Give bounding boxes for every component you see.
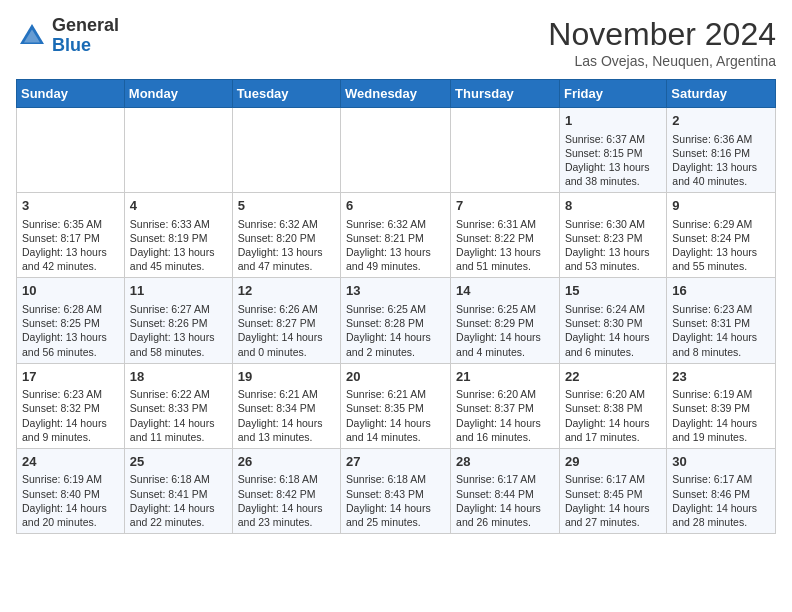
day-number: 16: [672, 282, 770, 300]
calendar-cell: 11Sunrise: 6:27 AMSunset: 8:26 PMDayligh…: [124, 278, 232, 363]
calendar-cell: 4Sunrise: 6:33 AMSunset: 8:19 PMDaylight…: [124, 193, 232, 278]
calendar-cell: 9Sunrise: 6:29 AMSunset: 8:24 PMDaylight…: [667, 193, 776, 278]
day-number: 28: [456, 453, 554, 471]
daylight-info: Daylight: 14 hours and 27 minutes.: [565, 502, 650, 528]
calendar-cell: 15Sunrise: 6:24 AMSunset: 8:30 PMDayligh…: [559, 278, 666, 363]
sunrise-info: Sunrise: 6:23 AM: [22, 388, 102, 400]
sunset-info: Sunset: 8:22 PM: [456, 232, 534, 244]
sunset-info: Sunset: 8:25 PM: [22, 317, 100, 329]
daylight-info: Daylight: 14 hours and 9 minutes.: [22, 417, 107, 443]
calendar-cell: 3Sunrise: 6:35 AMSunset: 8:17 PMDaylight…: [17, 193, 125, 278]
day-number: 5: [238, 197, 335, 215]
daylight-info: Daylight: 13 hours and 38 minutes.: [565, 161, 650, 187]
sunrise-info: Sunrise: 6:21 AM: [346, 388, 426, 400]
sunset-info: Sunset: 8:32 PM: [22, 402, 100, 414]
sunset-info: Sunset: 8:17 PM: [22, 232, 100, 244]
day-number: 15: [565, 282, 661, 300]
sunset-info: Sunset: 8:46 PM: [672, 488, 750, 500]
calendar-cell: 24Sunrise: 6:19 AMSunset: 8:40 PMDayligh…: [17, 448, 125, 533]
day-number: 29: [565, 453, 661, 471]
weekday-header-sunday: Sunday: [17, 80, 125, 108]
week-row-3: 10Sunrise: 6:28 AMSunset: 8:25 PMDayligh…: [17, 278, 776, 363]
daylight-info: Daylight: 14 hours and 17 minutes.: [565, 417, 650, 443]
calendar-cell: 19Sunrise: 6:21 AMSunset: 8:34 PMDayligh…: [232, 363, 340, 448]
daylight-info: Daylight: 14 hours and 11 minutes.: [130, 417, 215, 443]
sunset-info: Sunset: 8:28 PM: [346, 317, 424, 329]
daylight-info: Daylight: 13 hours and 53 minutes.: [565, 246, 650, 272]
day-number: 14: [456, 282, 554, 300]
sunset-info: Sunset: 8:26 PM: [130, 317, 208, 329]
calendar-cell: [232, 108, 340, 193]
day-number: 9: [672, 197, 770, 215]
daylight-info: Daylight: 14 hours and 2 minutes.: [346, 331, 431, 357]
sunrise-info: Sunrise: 6:23 AM: [672, 303, 752, 315]
calendar-cell: 7Sunrise: 6:31 AMSunset: 8:22 PMDaylight…: [451, 193, 560, 278]
calendar-cell: [17, 108, 125, 193]
sunrise-info: Sunrise: 6:20 AM: [456, 388, 536, 400]
sunset-info: Sunset: 8:37 PM: [456, 402, 534, 414]
sunset-info: Sunset: 8:27 PM: [238, 317, 316, 329]
weekday-header-tuesday: Tuesday: [232, 80, 340, 108]
calendar-cell: 10Sunrise: 6:28 AMSunset: 8:25 PMDayligh…: [17, 278, 125, 363]
calendar-header: SundayMondayTuesdayWednesdayThursdayFrid…: [17, 80, 776, 108]
calendar-cell: [451, 108, 560, 193]
sunrise-info: Sunrise: 6:30 AM: [565, 218, 645, 230]
day-number: 8: [565, 197, 661, 215]
sunrise-info: Sunrise: 6:17 AM: [672, 473, 752, 485]
sunset-info: Sunset: 8:31 PM: [672, 317, 750, 329]
calendar-cell: 5Sunrise: 6:32 AMSunset: 8:20 PMDaylight…: [232, 193, 340, 278]
day-number: 18: [130, 368, 227, 386]
calendar-cell: 6Sunrise: 6:32 AMSunset: 8:21 PMDaylight…: [341, 193, 451, 278]
page-header: General Blue November 2024 Las Ovejas, N…: [16, 16, 776, 69]
daylight-info: Daylight: 13 hours and 40 minutes.: [672, 161, 757, 187]
sunrise-info: Sunrise: 6:26 AM: [238, 303, 318, 315]
sunrise-info: Sunrise: 6:27 AM: [130, 303, 210, 315]
sunset-info: Sunset: 8:39 PM: [672, 402, 750, 414]
daylight-info: Daylight: 14 hours and 0 minutes.: [238, 331, 323, 357]
sunrise-info: Sunrise: 6:32 AM: [346, 218, 426, 230]
sunset-info: Sunset: 8:44 PM: [456, 488, 534, 500]
daylight-info: Daylight: 13 hours and 56 minutes.: [22, 331, 107, 357]
sunrise-info: Sunrise: 6:32 AM: [238, 218, 318, 230]
daylight-info: Daylight: 14 hours and 25 minutes.: [346, 502, 431, 528]
daylight-info: Daylight: 14 hours and 19 minutes.: [672, 417, 757, 443]
daylight-info: Daylight: 14 hours and 6 minutes.: [565, 331, 650, 357]
day-number: 13: [346, 282, 445, 300]
weekday-header-monday: Monday: [124, 80, 232, 108]
day-number: 27: [346, 453, 445, 471]
day-number: 23: [672, 368, 770, 386]
calendar-cell: 27Sunrise: 6:18 AMSunset: 8:43 PMDayligh…: [341, 448, 451, 533]
logo-icon: [16, 20, 48, 52]
week-row-4: 17Sunrise: 6:23 AMSunset: 8:32 PMDayligh…: [17, 363, 776, 448]
daylight-info: Daylight: 14 hours and 28 minutes.: [672, 502, 757, 528]
sunset-info: Sunset: 8:42 PM: [238, 488, 316, 500]
calendar-body: 1Sunrise: 6:37 AMSunset: 8:15 PMDaylight…: [17, 108, 776, 534]
daylight-info: Daylight: 14 hours and 26 minutes.: [456, 502, 541, 528]
logo: General Blue: [16, 16, 119, 56]
daylight-info: Daylight: 14 hours and 14 minutes.: [346, 417, 431, 443]
daylight-info: Daylight: 14 hours and 22 minutes.: [130, 502, 215, 528]
sunrise-info: Sunrise: 6:25 AM: [346, 303, 426, 315]
day-number: 11: [130, 282, 227, 300]
daylight-info: Daylight: 13 hours and 45 minutes.: [130, 246, 215, 272]
calendar-cell: [124, 108, 232, 193]
sunrise-info: Sunrise: 6:17 AM: [565, 473, 645, 485]
calendar-cell: 17Sunrise: 6:23 AMSunset: 8:32 PMDayligh…: [17, 363, 125, 448]
sunset-info: Sunset: 8:19 PM: [130, 232, 208, 244]
day-number: 1: [565, 112, 661, 130]
day-number: 21: [456, 368, 554, 386]
sunrise-info: Sunrise: 6:17 AM: [456, 473, 536, 485]
sunset-info: Sunset: 8:30 PM: [565, 317, 643, 329]
week-row-5: 24Sunrise: 6:19 AMSunset: 8:40 PMDayligh…: [17, 448, 776, 533]
day-number: 20: [346, 368, 445, 386]
sunrise-info: Sunrise: 6:20 AM: [565, 388, 645, 400]
title-block: November 2024 Las Ovejas, Neuquen, Argen…: [548, 16, 776, 69]
day-number: 2: [672, 112, 770, 130]
calendar-cell: [341, 108, 451, 193]
daylight-info: Daylight: 13 hours and 55 minutes.: [672, 246, 757, 272]
sunrise-info: Sunrise: 6:18 AM: [130, 473, 210, 485]
daylight-info: Daylight: 13 hours and 51 minutes.: [456, 246, 541, 272]
daylight-info: Daylight: 14 hours and 4 minutes.: [456, 331, 541, 357]
day-number: 3: [22, 197, 119, 215]
daylight-info: Daylight: 13 hours and 49 minutes.: [346, 246, 431, 272]
